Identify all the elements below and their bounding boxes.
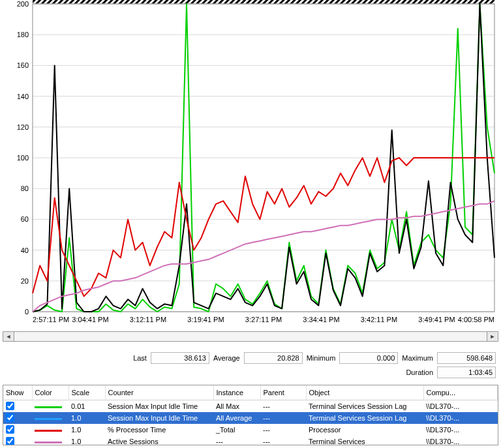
- color-swatch: [35, 418, 62, 420]
- table-header-row[interactable]: Show Color Scale Counter Instance Parent…: [3, 385, 498, 400]
- svg-text:40: 40: [21, 246, 29, 254]
- svg-text:140: 140: [17, 93, 29, 100]
- minimum-label: Minimum: [307, 354, 336, 362]
- svg-text:4:00:58 PM: 4:00:58 PM: [458, 316, 494, 323]
- svg-text:3:04:41 PM: 3:04:41 PM: [72, 316, 108, 323]
- show-checkbox[interactable]: [6, 402, 14, 410]
- svg-text:20: 20: [21, 277, 29, 285]
- show-checkbox[interactable]: [6, 425, 14, 434]
- object-cell: Terminal Services Session Lag: [306, 412, 423, 424]
- color-swatch: [35, 441, 62, 443]
- maximum-value: 598.648: [437, 352, 496, 364]
- counter-cell: Session Max Input Idle Time: [105, 412, 213, 424]
- instance-cell: All Average: [213, 412, 260, 424]
- svg-text:120: 120: [17, 123, 29, 131]
- object-cell: Processor: [306, 424, 423, 436]
- instance-cell: ---: [213, 436, 260, 445]
- average-value: 20.828: [244, 352, 303, 364]
- svg-text:2:57:11 PM: 2:57:11 PM: [33, 316, 69, 323]
- counter-cell: % Processor Time: [105, 424, 213, 436]
- col-instance[interactable]: Instance: [213, 385, 260, 400]
- last-label: Last: [133, 354, 147, 362]
- svg-text:60: 60: [21, 215, 29, 223]
- svg-text:100: 100: [17, 154, 29, 162]
- parent-cell: ---: [260, 400, 306, 413]
- parent-cell: ---: [260, 436, 306, 445]
- parent-cell: ---: [260, 412, 306, 424]
- svg-text:3:34:41 PM: 3:34:41 PM: [303, 316, 339, 323]
- computer-cell: \\DL370-...: [423, 424, 498, 436]
- svg-text:160: 160: [17, 61, 29, 69]
- scale-cell: 1.0: [68, 424, 105, 436]
- scale-cell: 0.01: [68, 400, 105, 413]
- svg-rect-2: [33, 0, 494, 4]
- show-checkbox[interactable]: [6, 437, 14, 445]
- average-label: Average: [213, 354, 240, 362]
- svg-text:3:27:11 PM: 3:27:11 PM: [245, 316, 282, 323]
- object-cell: Terminal Services: [306, 436, 423, 445]
- svg-text:3:19:41 PM: 3:19:41 PM: [187, 316, 224, 323]
- stats-panel: Last 38.613 Average 20.828 Minimum 0.000…: [0, 351, 501, 380]
- counter-table[interactable]: Show Color Scale Counter Instance Parent…: [3, 385, 498, 445]
- scroll-track[interactable]: [14, 332, 487, 341]
- instance-cell: _Total: [213, 424, 260, 436]
- table-row[interactable]: 1.0Active Sessions------Terminal Service…: [3, 436, 498, 445]
- svg-text:3:42:11 PM: 3:42:11 PM: [361, 316, 397, 323]
- scale-cell: 1.0: [68, 412, 105, 424]
- scroll-right-arrow[interactable]: ►: [487, 332, 498, 341]
- svg-text:0: 0: [25, 308, 29, 316]
- computer-cell: \\DL370-...: [423, 412, 498, 424]
- time-scrollbar[interactable]: ◄ ►: [3, 331, 498, 342]
- svg-text:180: 180: [17, 31, 29, 38]
- show-checkbox[interactable]: [6, 413, 14, 422]
- col-computer[interactable]: Compu...: [423, 385, 498, 400]
- col-color[interactable]: Color: [32, 385, 68, 400]
- table-row[interactable]: 1.0% Processor Time_Total---Processor\\D…: [3, 424, 498, 436]
- svg-text:3:49:41 PM: 3:49:41 PM: [418, 316, 455, 323]
- perf-chart: 0204060801001201401601802002:57:11 PM3:0…: [0, 0, 501, 326]
- color-swatch: [35, 430, 62, 432]
- instance-cell: All Max: [213, 400, 260, 413]
- object-cell: Terminal Services Session Lag: [306, 400, 423, 413]
- col-object[interactable]: Object: [306, 385, 423, 400]
- svg-text:200: 200: [17, 0, 29, 8]
- duration-label: Duration: [406, 368, 433, 376]
- col-parent[interactable]: Parent: [260, 385, 306, 400]
- color-swatch: [35, 406, 62, 408]
- col-scale[interactable]: Scale: [68, 385, 105, 400]
- table-row[interactable]: 0.01Session Max Input Idle TimeAll Max--…: [3, 400, 498, 413]
- computer-cell: \\DL370-...: [423, 436, 498, 445]
- col-counter[interactable]: Counter: [105, 385, 213, 400]
- scale-cell: 1.0: [68, 436, 105, 445]
- svg-text:3:12:11 PM: 3:12:11 PM: [130, 316, 166, 323]
- col-show[interactable]: Show: [3, 385, 32, 400]
- last-value: 38.613: [151, 352, 209, 364]
- duration-value: 1:03:45: [437, 366, 496, 378]
- svg-text:80: 80: [21, 185, 29, 192]
- counter-cell: Session Max Input Idle Time: [105, 400, 213, 413]
- maximum-label: Maximum: [402, 354, 433, 362]
- minimum-value: 0.000: [339, 352, 398, 364]
- table-row[interactable]: 1.0Session Max Input Idle TimeAll Averag…: [3, 412, 498, 424]
- counter-cell: Active Sessions: [105, 436, 213, 445]
- computer-cell: \\DL370-...: [423, 400, 498, 413]
- parent-cell: ---: [260, 424, 306, 436]
- scroll-left-arrow[interactable]: ◄: [3, 332, 14, 341]
